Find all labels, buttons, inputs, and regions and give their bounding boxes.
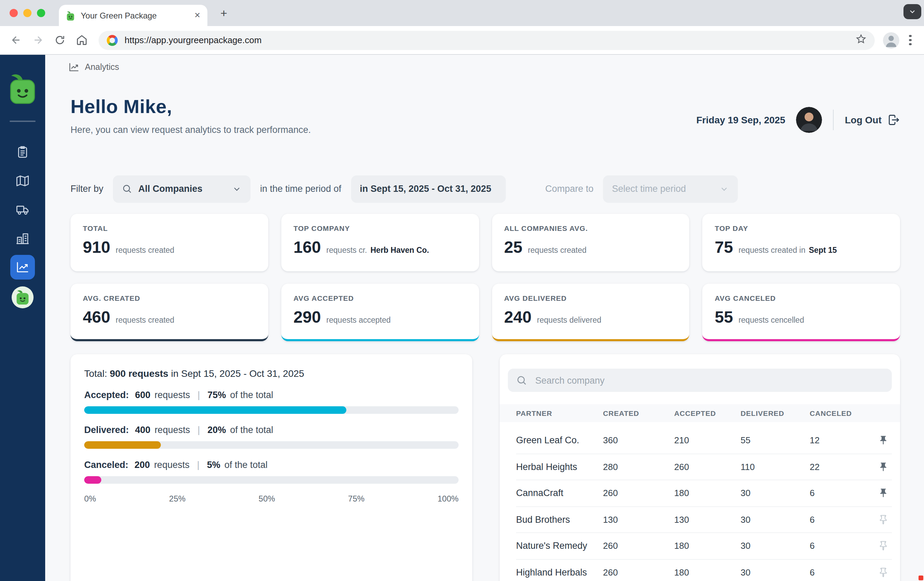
pin-icon[interactable]: [875, 565, 891, 580]
stat-suffix: requests delivered: [537, 316, 601, 324]
sidebar-item-brand[interactable]: [12, 286, 33, 308]
sidebar-item-deliveries[interactable]: [10, 197, 35, 222]
pin-icon[interactable]: [875, 433, 891, 448]
pin-icon[interactable]: [875, 538, 891, 554]
row-percent: 5%: [207, 460, 220, 470]
stat-suffix: requests accepted: [327, 316, 391, 324]
stat-card-total: TOTAL 910requests created: [71, 214, 268, 271]
chevron-down-icon: [232, 184, 242, 194]
sidebar-item-orders[interactable]: [10, 140, 35, 164]
page-title: Hello Mike,: [71, 96, 311, 118]
partner-name: Nature's Remedy: [516, 541, 603, 551]
sidebar-item-companies[interactable]: [10, 226, 35, 251]
stat-label: AVG CANCELED: [715, 294, 888, 302]
delivered-value: 110: [741, 462, 810, 472]
stat-suffix: requests created: [116, 246, 174, 254]
google-icon: [107, 35, 118, 46]
app-window: Analytics Hello Mike, Here, you can view…: [0, 55, 924, 581]
back-button[interactable]: [7, 31, 25, 49]
total-label: Total:: [84, 368, 107, 379]
created-value: 260: [603, 488, 674, 498]
screen: Your Green Package ✕ + https://app.yourg…: [0, 0, 924, 581]
pin-icon[interactable]: [875, 512, 891, 527]
partners-table-header: PARTNER CREATED ACCEPTED DELIVERED CANCE…: [500, 404, 900, 422]
compare-period-dropdown[interactable]: Select time period: [603, 175, 738, 202]
breadcrumb: Analytics: [68, 62, 119, 73]
page-header: Hello Mike, Here, you can view request a…: [71, 96, 900, 135]
table-row[interactable]: CannaCraft 260 180 30 6: [516, 480, 892, 507]
row-percent-suffix: of the total: [224, 460, 267, 470]
axis-tick: 25%: [169, 494, 185, 503]
sidebar: [0, 55, 45, 581]
stat-value: 290: [294, 309, 321, 325]
brand-icon: [15, 289, 30, 306]
bookmark-star-icon[interactable]: [856, 33, 866, 47]
accepted-value: 180: [674, 541, 741, 551]
home-button[interactable]: [73, 31, 90, 49]
column-header: CREATED: [603, 409, 674, 417]
browser-toolbar: https://app.yourgreenpackage.com: [0, 26, 924, 55]
stat-suffix-bold: Herb Haven Co.: [371, 246, 429, 254]
stat-value: 160: [294, 239, 321, 256]
browser-profile-avatar[interactable]: [883, 32, 899, 48]
brand-logo[interactable]: [8, 73, 38, 106]
analytics-crumb-icon: [68, 62, 79, 73]
table-row[interactable]: Bud Brothers 130 130 30 6: [516, 507, 892, 533]
stat-label: TOP COMPANY: [294, 224, 467, 232]
window-chevron-button[interactable]: [903, 4, 921, 19]
pin-icon[interactable]: [875, 486, 891, 501]
partner-name: Bud Brothers: [516, 515, 603, 525]
row-requests-word: requests: [155, 425, 190, 435]
stat-card-top-day: TOP DAY 75requests created inSept 15: [703, 214, 900, 271]
fullscreen-window-button[interactable]: [37, 9, 45, 17]
company-filter-dropdown[interactable]: All Companies: [113, 175, 251, 202]
company-search[interactable]: [508, 369, 892, 392]
stat-value: 55: [715, 309, 733, 325]
close-window-button[interactable]: [10, 9, 18, 17]
browser-tab[interactable]: Your Green Package ✕: [59, 5, 207, 26]
progress-bar-accepted: [84, 406, 346, 414]
period-filter-dropdown[interactable]: in Sept 15, 2025 - Oct 31, 2025: [351, 175, 505, 202]
table-row[interactable]: Nature's Remedy 260 180 30 6: [516, 533, 892, 559]
greeting-block: Hello Mike, Here, you can view request a…: [71, 96, 311, 135]
search-icon: [122, 184, 132, 194]
partners-panel: PARTNER CREATED ACCEPTED DELIVERED CANCE…: [500, 354, 900, 581]
row-separator: |: [198, 390, 200, 400]
url-text[interactable]: https://app.yourgreenpackage.com: [125, 35, 849, 45]
table-row[interactable]: Green Leaf Co. 360 210 55 12: [516, 427, 892, 454]
partner-name: CannaCraft: [516, 488, 603, 498]
user-avatar[interactable]: [796, 107, 822, 133]
column-header: CANCELED: [810, 409, 875, 417]
logout-button[interactable]: Log Out: [845, 114, 900, 126]
table-row[interactable]: Herbal Heights 280 260 110 22: [516, 454, 892, 480]
sidebar-divider: [10, 121, 36, 122]
reload-button[interactable]: [51, 31, 68, 49]
stat-suffix: requests cencelled: [739, 316, 804, 324]
sidebar-item-map[interactable]: [10, 169, 35, 193]
table-row[interactable]: Highland Herbals 260 180 30 6: [516, 559, 892, 581]
tab-close-icon[interactable]: ✕: [195, 12, 201, 19]
delivered-value: 30: [741, 567, 810, 578]
column-header: PARTNER: [516, 409, 603, 417]
window-controls: [10, 9, 45, 17]
browser-menu-icon[interactable]: [903, 35, 917, 45]
delivered-value: 30: [741, 488, 810, 498]
breakdown-row-delivered: Delivered: 400 requests | 20% of the tot…: [84, 425, 459, 449]
stat-value: 910: [83, 239, 110, 256]
requests-breakdown-panel: Total: 900 requests in Sept 15, 2025 - O…: [71, 354, 472, 581]
orders-icon: [16, 145, 30, 159]
stat-label: AVG DELIVERED: [504, 294, 677, 302]
row-percent-suffix: of the total: [230, 425, 273, 435]
stat-label: TOTAL: [83, 224, 256, 232]
search-input[interactable]: [534, 374, 884, 386]
new-tab-button[interactable]: +: [216, 6, 231, 21]
sidebar-item-analytics[interactable]: [10, 255, 35, 280]
pin-icon[interactable]: [875, 459, 891, 475]
canceled-value: 6: [810, 488, 875, 498]
stat-value: 240: [504, 309, 531, 325]
stat-card-avg-canceled: AVG CANCELED 55requests cencelled: [703, 284, 900, 341]
address-bar[interactable]: https://app.yourgreenpackage.com: [99, 30, 875, 50]
minimize-window-button[interactable]: [23, 9, 31, 17]
forward-button[interactable]: [29, 31, 46, 49]
created-value: 260: [603, 541, 674, 551]
